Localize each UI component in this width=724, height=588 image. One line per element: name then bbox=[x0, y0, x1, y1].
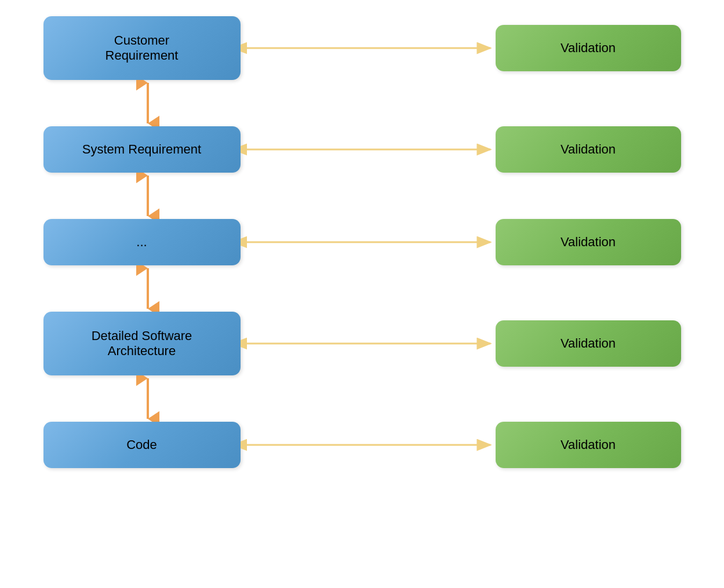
gap-row-3 bbox=[43, 265, 681, 312]
validation-label-1: Validation bbox=[561, 41, 616, 56]
row-3: ... Validation bbox=[43, 219, 681, 265]
v-arrow-4 bbox=[136, 375, 159, 422]
validation-box-2: Validation bbox=[496, 126, 681, 173]
system-requirement-label: System Requirement bbox=[82, 142, 201, 157]
detailed-software-architecture-box: Detailed Software Architecture bbox=[43, 312, 241, 375]
row-4: Detailed Software Architecture bbox=[43, 312, 681, 375]
code-label: Code bbox=[126, 437, 157, 452]
h-arrow-5 bbox=[241, 436, 496, 454]
v-arrow-1 bbox=[136, 80, 159, 126]
h-arrow-2 bbox=[241, 141, 496, 158]
v-arrow-2 bbox=[136, 173, 159, 219]
customer-requirement-box: Customer Requirement bbox=[43, 16, 241, 80]
validation-label-4: Validation bbox=[561, 336, 616, 351]
validation-box-4: Validation bbox=[496, 320, 681, 367]
ellipsis-label: ... bbox=[136, 235, 147, 250]
detailed-software-architecture-label: Detailed Software Architecture bbox=[92, 328, 192, 359]
ellipsis-box: ... bbox=[43, 219, 241, 265]
v-arrow-3 bbox=[136, 265, 159, 312]
system-requirement-box: System Requirement bbox=[43, 126, 241, 173]
validation-box-1: Validation bbox=[496, 25, 681, 71]
code-box: Code bbox=[43, 422, 241, 468]
row-1: Customer Requirement V bbox=[43, 16, 681, 80]
customer-requirement-label: Customer Requirement bbox=[105, 33, 179, 63]
row-5: Code Validation bbox=[43, 422, 681, 468]
h-arrow-3 bbox=[241, 233, 496, 251]
validation-box-5: Validation bbox=[496, 422, 681, 468]
h-arrow-4 bbox=[241, 335, 496, 352]
gap-row-1 bbox=[43, 80, 681, 126]
gap-row-2 bbox=[43, 173, 681, 219]
validation-label-5: Validation bbox=[561, 437, 616, 452]
row-2: System Requirement Validation bbox=[43, 126, 681, 173]
validation-label-3: Validation bbox=[561, 235, 616, 250]
validation-label-2: Validation bbox=[561, 142, 616, 157]
diagram: Customer Requirement V bbox=[43, 16, 681, 572]
gap-row-4 bbox=[43, 375, 681, 422]
validation-box-3: Validation bbox=[496, 219, 681, 265]
h-arrow-1 bbox=[241, 39, 496, 57]
